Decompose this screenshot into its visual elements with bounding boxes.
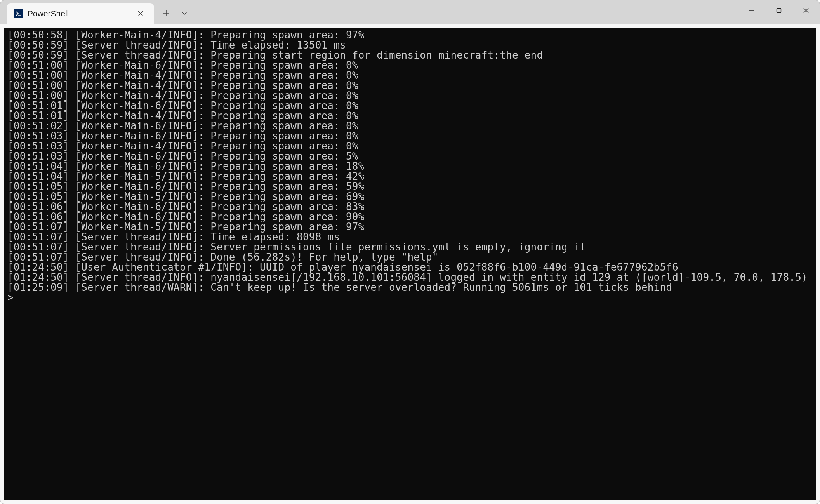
content-bezel: [00:50:58] [Worker-Main-4/INFO]: Prepari… (0, 24, 820, 504)
tab-close-button[interactable] (135, 8, 146, 19)
log-line: [01:24:50] [User Authenticator #1/INFO]:… (7, 262, 813, 272)
log-line: [00:51:05] [Worker-Main-6/INFO]: Prepari… (7, 181, 813, 191)
tab-dropdown-button[interactable] (177, 4, 192, 22)
log-line: [00:51:07] [Worker-Main-5/INFO]: Prepari… (7, 222, 813, 232)
tab-powershell[interactable]: PowerShell (7, 3, 154, 24)
log-line: [00:51:02] [Worker-Main-6/INFO]: Prepari… (7, 121, 813, 131)
log-line: [00:51:03] [Worker-Main-4/INFO]: Prepari… (7, 141, 813, 151)
log-line: [00:51:04] [Worker-Main-5/INFO]: Prepari… (7, 171, 813, 181)
window-controls (738, 0, 820, 21)
log-line: [00:50:59] [Server thread/INFO]: Prepari… (7, 50, 813, 60)
tabs-area: PowerShell (0, 0, 192, 24)
prompt-symbol: > (7, 292, 14, 303)
log-line: [00:51:07] [Server thread/INFO]: Time el… (7, 232, 813, 242)
log-line: [01:24:50] [Server thread/INFO]: nyandai… (7, 272, 813, 282)
log-line: [01:25:09] [Server thread/WARN]: Can't k… (7, 282, 813, 292)
log-line: [00:51:00] [Worker-Main-4/INFO]: Prepari… (7, 80, 813, 90)
log-line: [00:51:06] [Worker-Main-6/INFO]: Prepari… (7, 212, 813, 222)
powershell-icon (14, 9, 23, 18)
new-tab-button[interactable] (157, 4, 175, 22)
titlebar[interactable]: PowerShell (0, 0, 820, 24)
maximize-button[interactable] (765, 0, 792, 21)
text-cursor (14, 293, 14, 303)
terminal-output[interactable]: [00:50:58] [Worker-Main-4/INFO]: Prepari… (4, 28, 816, 500)
minimize-button[interactable] (738, 0, 765, 21)
log-line: [00:51:00] [Worker-Main-6/INFO]: Prepari… (7, 60, 813, 70)
log-line: [00:51:00] [Worker-Main-4/INFO]: Prepari… (7, 70, 813, 80)
close-button[interactable] (792, 0, 820, 21)
log-line: [00:51:03] [Worker-Main-6/INFO]: Prepari… (7, 151, 813, 161)
log-line: [00:51:07] [Server thread/INFO]: Done (5… (7, 252, 813, 262)
log-line: [00:51:05] [Worker-Main-5/INFO]: Prepari… (7, 191, 813, 202)
log-line: [00:50:58] [Worker-Main-4/INFO]: Prepari… (7, 30, 813, 40)
log-line: [00:51:01] [Worker-Main-6/INFO]: Prepari… (7, 101, 813, 111)
tab-title: PowerShell (28, 9, 130, 18)
log-line: [00:51:03] [Worker-Main-6/INFO]: Prepari… (7, 131, 813, 141)
window-frame: PowerShell (0, 0, 820, 504)
log-line: [00:51:01] [Worker-Main-4/INFO]: Prepari… (7, 111, 813, 121)
log-line: [00:51:06] [Worker-Main-6/INFO]: Prepari… (7, 202, 813, 212)
log-line: [00:51:04] [Worker-Main-6/INFO]: Prepari… (7, 161, 813, 171)
svg-rect-6 (777, 9, 781, 13)
log-line: [00:51:07] [Server thread/INFO]: Server … (7, 242, 813, 252)
log-line: [00:50:59] [Server thread/INFO]: Time el… (7, 40, 813, 50)
log-line: [00:51:00] [Worker-Main-4/INFO]: Prepari… (7, 90, 813, 101)
prompt-line[interactable]: > (7, 292, 813, 303)
